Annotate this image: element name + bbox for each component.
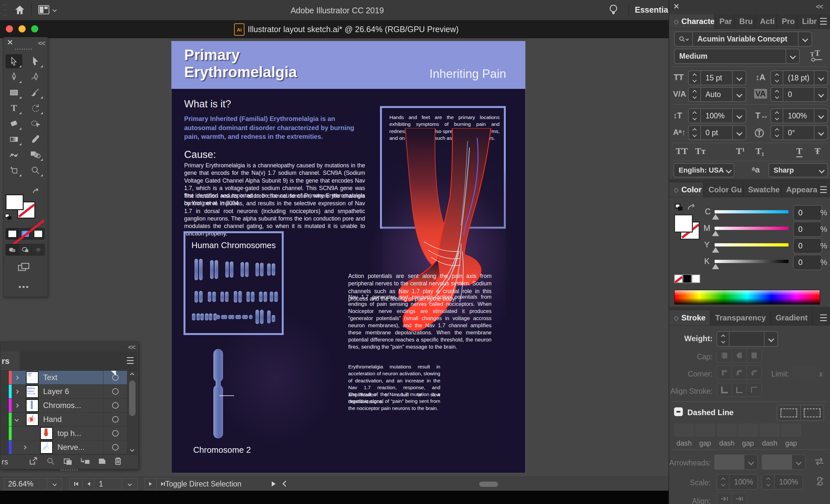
tab-character[interactable]: ◇Character <box>669 14 715 29</box>
draw-normal-button[interactable] <box>6 244 19 255</box>
align-dash-button[interactable] <box>801 405 824 420</box>
dash-field-1[interactable] <box>674 423 694 437</box>
eraser-tool[interactable] <box>5 117 22 131</box>
layer-name[interactable]: Hand <box>43 415 103 424</box>
collapse-icon[interactable]: << <box>816 3 823 11</box>
miter-join-button[interactable] <box>717 366 732 379</box>
small-caps-button[interactable]: Tᴛ <box>695 146 705 156</box>
magenta-slider[interactable] <box>714 227 789 230</box>
swatch-black[interactable] <box>683 274 692 283</box>
character-rotation-field[interactable]: 0° <box>770 125 828 140</box>
dash-field-3[interactable] <box>760 423 780 437</box>
tab-transparency[interactable]: Transparency <box>711 310 771 325</box>
panel-resize-grip[interactable]: ▪▪▪▪▪▪▪▪ <box>60 467 78 472</box>
tab-brushes[interactable]: Bru <box>735 14 756 29</box>
swatch-none[interactable] <box>674 274 683 283</box>
chevron-down-icon[interactable] <box>732 126 746 139</box>
previous-artboard-button[interactable] <box>82 478 95 490</box>
preserve-dash-button[interactable] <box>777 405 801 420</box>
layer-thumbnail[interactable] <box>26 371 39 384</box>
superscript-button[interactable]: T¹ <box>736 146 745 156</box>
panel-menu-icon[interactable]: ☰ <box>126 355 134 366</box>
collapse-icon[interactable]: << <box>128 343 135 352</box>
target-circle[interactable] <box>103 413 127 426</box>
touch-type-tool-icon[interactable]: TT <box>809 49 824 64</box>
magenta-slider-thumb[interactable] <box>712 230 719 236</box>
first-artboard-button[interactable] <box>69 478 83 490</box>
chevron-down-icon[interactable] <box>786 49 799 63</box>
chevron-down-icon[interactable] <box>798 32 811 46</box>
collapse-icon[interactable]: << <box>38 39 45 48</box>
artboard-tool[interactable] <box>5 163 22 178</box>
kerning-field[interactable]: Auto <box>688 87 746 102</box>
layer-name[interactable]: Chromos... <box>43 401 103 410</box>
swap-arrowheads-icon[interactable] <box>814 456 825 468</box>
language-field[interactable]: English: USA <box>673 163 734 178</box>
tab-paragraph[interactable]: Par <box>715 14 735 29</box>
zoom-window-button[interactable] <box>31 25 38 32</box>
chevron-down-icon[interactable] <box>732 71 746 85</box>
layer-thumbnail[interactable] <box>26 385 39 398</box>
artboard[interactable]: PrimaryErythromelalgia Inheriting Pain W… <box>171 41 525 473</box>
zoom-dropdown[interactable] <box>47 478 62 490</box>
align-arrow-end-button[interactable] <box>732 493 746 504</box>
next-artboard-button[interactable] <box>145 478 157 490</box>
layer-thumbnail[interactable] <box>40 427 53 440</box>
align-center-button[interactable] <box>717 383 732 396</box>
puppet-warp-tool[interactable] <box>5 148 22 162</box>
tab-stroke[interactable]: ◇Stroke <box>669 310 711 325</box>
horizontal-scrollbar-thumb[interactable] <box>479 482 498 487</box>
tab-swatches[interactable]: Swatche <box>743 183 781 197</box>
panel-menu-icon[interactable]: ☰ <box>819 16 827 27</box>
chevron-down-icon[interactable] <box>732 88 746 101</box>
chevron-down-icon[interactable] <box>732 109 746 123</box>
direct-selection-tool[interactable] <box>27 54 44 68</box>
butt-cap-button[interactable] <box>717 349 732 362</box>
color-button[interactable] <box>6 228 19 239</box>
layers-tab[interactable]: rs <box>0 352 20 370</box>
tracking-field[interactable]: 0 <box>770 87 828 102</box>
font-size-field[interactable]: 15 pt <box>688 70 746 85</box>
link-scales-icon[interactable] <box>815 476 825 488</box>
layer-name[interactable]: Nerve... <box>57 443 103 452</box>
expand-icon[interactable] <box>12 390 22 393</box>
expand-icon[interactable] <box>12 404 22 407</box>
fill-stroke-mini-icon[interactable] <box>675 204 683 213</box>
baseline-shift-field[interactable]: 0 pt <box>688 125 746 140</box>
underline-button[interactable]: T <box>796 146 802 157</box>
limit-field[interactable] <box>792 366 817 379</box>
font-style-field[interactable]: Medium <box>674 49 800 64</box>
round-join-button[interactable] <box>732 366 747 379</box>
layer-row-layer6[interactable]: Layer 6 <box>0 385 127 399</box>
gap-field-1[interactable] <box>695 423 715 437</box>
layer-row-hand[interactable]: Hand <box>0 413 127 427</box>
strikethrough-button[interactable]: Ŧ <box>815 146 821 156</box>
rectangle-tool[interactable] <box>5 85 22 100</box>
tab-appearance[interactable]: Appeara <box>782 183 819 197</box>
status-play-icon[interactable] <box>271 480 276 489</box>
panel-grip[interactable]: ▪▪▪▪▪▪▪▪ <box>14 46 33 52</box>
make-mask-icon[interactable] <box>63 457 73 467</box>
chevron-down-icon[interactable] <box>814 71 827 85</box>
none-button[interactable] <box>32 228 44 239</box>
panel-menu-icon[interactable]: ☰ <box>819 185 827 195</box>
drag-handle[interactable]: ⋮⋮⋮ <box>3 3 8 18</box>
chevron-down-icon[interactable] <box>814 109 827 123</box>
scrollbar-thumb[interactable] <box>129 380 135 416</box>
cyan-slider[interactable] <box>714 210 789 213</box>
pen-tool[interactable] <box>5 70 22 84</box>
round-cap-button[interactable] <box>732 349 747 362</box>
yellow-slider[interactable] <box>714 243 789 247</box>
projecting-cap-button[interactable] <box>747 349 761 362</box>
shape-builder-tool[interactable] <box>27 148 44 162</box>
draw-behind-button[interactable] <box>19 244 32 255</box>
target-circle[interactable] <box>103 385 127 398</box>
new-sublayer-icon[interactable] <box>80 457 91 467</box>
gap-field-2[interactable] <box>738 423 758 437</box>
swap-fill-stroke-icon[interactable] <box>32 188 40 196</box>
workspace-switcher[interactable]: Essential <box>635 5 670 14</box>
tab-gradient[interactable]: Gradient <box>771 310 813 325</box>
dashed-line-checkbox[interactable] <box>674 407 683 416</box>
new-layer-icon[interactable] <box>98 457 107 467</box>
gradient-tool[interactable] <box>5 132 22 146</box>
